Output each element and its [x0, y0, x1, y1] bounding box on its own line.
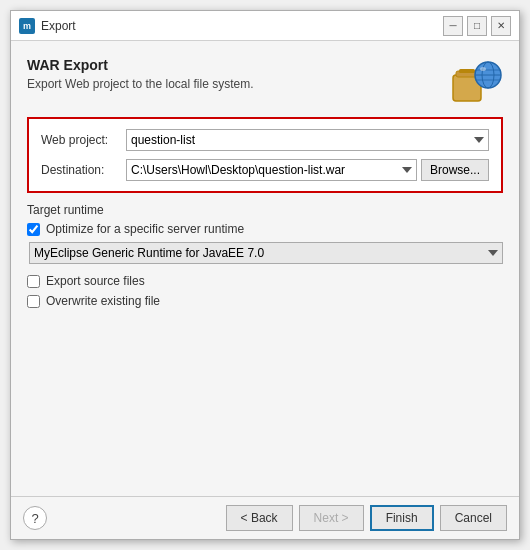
- header-text: WAR Export Export Web project to the loc…: [27, 57, 254, 91]
- overwrite-row: Overwrite existing file: [27, 294, 503, 308]
- web-project-row: Web project: question-list: [41, 129, 489, 151]
- next-button[interactable]: Next >: [299, 505, 364, 531]
- page-subtitle: Export Web project to the local file sys…: [27, 77, 254, 91]
- destination-select[interactable]: C:\Users\Howl\Desktop\question-list.war: [126, 159, 417, 181]
- target-runtime-section: Target runtime Optimize for a specific s…: [27, 203, 503, 264]
- browse-button[interactable]: Browse...: [421, 159, 489, 181]
- web-project-label: Web project:: [41, 133, 126, 147]
- export-source-checkbox[interactable]: [27, 275, 40, 288]
- destination-label: Destination:: [41, 163, 126, 177]
- overwrite-label: Overwrite existing file: [46, 294, 160, 308]
- optimize-row: Optimize for a specific server runtime: [27, 222, 503, 236]
- minimize-button[interactable]: ─: [443, 16, 463, 36]
- window-controls: ─ □ ✕: [443, 16, 511, 36]
- header-section: WAR Export Export Web project to the loc…: [27, 57, 503, 105]
- export-source-row: Export source files: [27, 274, 503, 288]
- app-icon: m: [19, 18, 35, 34]
- maximize-button[interactable]: □: [467, 16, 487, 36]
- help-button[interactable]: ?: [23, 506, 47, 530]
- svg-point-8: [480, 67, 486, 71]
- destination-row: Destination: C:\Users\Howl\Desktop\quest…: [41, 159, 489, 181]
- export-dialog: m Export ─ □ ✕ WAR Export Export Web pro…: [10, 10, 520, 540]
- options-section: Export source files Overwrite existing f…: [27, 274, 503, 314]
- title-bar: m Export ─ □ ✕: [11, 11, 519, 41]
- form-section: Web project: question-list Destination: …: [27, 117, 503, 193]
- overwrite-checkbox[interactable]: [27, 295, 40, 308]
- optimize-label: Optimize for a specific server runtime: [46, 222, 244, 236]
- finish-button[interactable]: Finish: [370, 505, 434, 531]
- optimize-checkbox[interactable]: [27, 223, 40, 236]
- runtime-select[interactable]: MyEclipse Generic Runtime for JavaEE 7.0: [29, 242, 503, 264]
- close-button[interactable]: ✕: [491, 16, 511, 36]
- svg-rect-2: [459, 69, 475, 73]
- window-title: Export: [41, 19, 443, 33]
- dialog-content: WAR Export Export Web project to the loc…: [11, 41, 519, 496]
- web-project-select[interactable]: question-list: [126, 129, 489, 151]
- back-button[interactable]: < Back: [226, 505, 293, 531]
- footer: ? < Back Next > Finish Cancel: [11, 496, 519, 539]
- footer-buttons: < Back Next > Finish Cancel: [226, 505, 507, 531]
- target-runtime-label: Target runtime: [27, 203, 503, 217]
- export-source-label: Export source files: [46, 274, 145, 288]
- war-icon: [451, 57, 503, 105]
- cancel-button[interactable]: Cancel: [440, 505, 507, 531]
- page-title: WAR Export: [27, 57, 254, 73]
- runtime-select-wrap: MyEclipse Generic Runtime for JavaEE 7.0: [29, 242, 503, 264]
